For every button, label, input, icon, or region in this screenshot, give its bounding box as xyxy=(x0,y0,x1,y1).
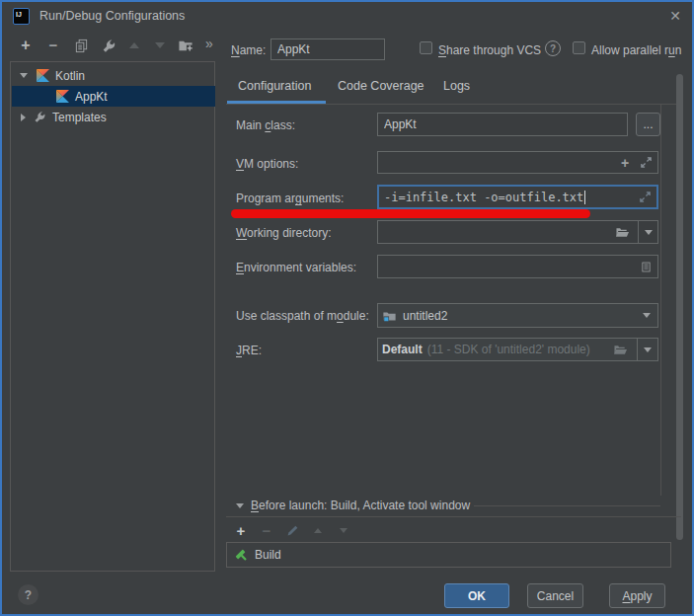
more-actions-button[interactable]: » xyxy=(197,33,221,54)
environment-variables-field xyxy=(377,255,658,278)
apply-button[interactable]: Apply xyxy=(609,583,665,608)
kotlin-icon xyxy=(37,69,49,82)
program-arguments-value: -i=infile.txt -o=outfile.txt xyxy=(384,191,583,204)
text-caret xyxy=(584,191,585,204)
panel-right-border xyxy=(660,104,661,496)
program-arguments-input[interactable]: -i=infile.txt -o=outfile.txt xyxy=(377,185,658,209)
pencil-icon xyxy=(286,524,299,537)
chevron-down-icon xyxy=(643,304,651,327)
name-label: Name: xyxy=(231,43,266,57)
remove-configuration-button[interactable]: − xyxy=(41,35,65,56)
jre-combobox[interactable]: Default (11 - SDK of 'untitled2' module) xyxy=(377,338,658,361)
edit-defaults-button[interactable] xyxy=(97,35,120,56)
list-item-build[interactable]: Build xyxy=(234,548,281,563)
main-class-field xyxy=(377,113,628,136)
close-icon: ✕ xyxy=(669,8,681,24)
minus-icon: − xyxy=(49,38,58,52)
jre-label: JRE: xyxy=(236,344,262,357)
main-class-label: Main class: xyxy=(236,118,295,132)
share-vcs-label: Share through VCS xyxy=(438,43,541,57)
red-underline-annotation xyxy=(231,209,590,218)
edit-task-button[interactable] xyxy=(283,522,301,538)
configurations-tree: Kotlin AppKt Templates xyxy=(10,61,215,572)
share-vcs-checkbox[interactable] xyxy=(420,41,432,54)
triangle-down-icon xyxy=(155,42,165,48)
name-field xyxy=(270,38,385,60)
plus-icon: + xyxy=(21,38,30,53)
move-task-up-button[interactable] xyxy=(309,522,327,538)
classpath-module-value: untitled2 xyxy=(403,309,447,323)
new-folder-icon xyxy=(178,38,193,53)
cancel-button[interactable]: Cancel xyxy=(527,583,583,608)
allow-parallel-checkbox[interactable] xyxy=(573,41,585,54)
move-down-button[interactable] xyxy=(148,35,172,56)
wrench-icon xyxy=(34,111,46,123)
environment-variables-input[interactable] xyxy=(377,255,658,278)
add-configuration-button[interactable]: + xyxy=(14,35,38,56)
chevron-down-icon xyxy=(645,230,653,235)
wrench-icon xyxy=(102,38,116,53)
ok-button[interactable]: OK xyxy=(444,583,509,608)
copy-configuration-button[interactable] xyxy=(69,35,93,56)
minus-icon: − xyxy=(263,522,271,539)
allow-parallel-label: Allow parallel run xyxy=(591,43,681,57)
tab-code-coverage[interactable]: Code Coverage xyxy=(338,79,424,93)
module-icon xyxy=(382,309,397,323)
add-task-button[interactable]: + xyxy=(232,522,250,538)
help-icon[interactable]: ? xyxy=(545,40,561,56)
copy-icon xyxy=(74,38,89,53)
list-editor-icon[interactable] xyxy=(638,255,654,278)
jre-dropdown-button[interactable] xyxy=(637,339,657,360)
before-launch-separator xyxy=(474,505,660,506)
kotlin-icon xyxy=(56,90,69,103)
browse-main-class-button[interactable]: ... xyxy=(636,113,660,136)
move-up-button[interactable] xyxy=(122,35,146,56)
jre-hint: (11 - SDK of 'untitled2' module) xyxy=(427,343,590,356)
tree-item-label: AppKt xyxy=(75,90,108,104)
window-title: Run/Debug Configurations xyxy=(39,9,185,23)
collapse-icon[interactable] xyxy=(20,73,28,78)
hammer-icon xyxy=(234,548,249,563)
jre-value: Default xyxy=(382,343,423,356)
classpath-module-combobox[interactable]: untitled2 xyxy=(377,303,658,328)
vm-options-label: VM options: xyxy=(236,157,298,171)
tree-item-templates[interactable]: Templates xyxy=(12,107,214,127)
plus-icon: + xyxy=(237,522,246,539)
program-arguments-label: Program arguments: xyxy=(236,192,344,205)
help-icon: ? xyxy=(25,588,32,602)
tree-item-label: Kotlin xyxy=(55,69,85,83)
remove-task-button[interactable]: − xyxy=(258,522,275,538)
expand-icon[interactable] xyxy=(21,114,26,121)
add-icon[interactable]: + xyxy=(617,151,633,174)
create-folder-button[interactable] xyxy=(174,35,197,56)
tree-item-kotlin[interactable]: Kotlin xyxy=(12,65,214,86)
tab-content-border xyxy=(226,104,683,105)
triangle-up-icon xyxy=(129,42,139,48)
run-debug-configurations-dialog: IJ Run/Debug Configurations ✕ + − » xyxy=(0,0,694,616)
working-directory-label: Working directory: xyxy=(236,226,331,240)
expand-field-icon[interactable] xyxy=(638,151,654,174)
close-button[interactable]: ✕ xyxy=(669,9,681,23)
tree-item-label: Templates xyxy=(52,111,107,124)
expand-field-icon[interactable] xyxy=(637,187,653,207)
chevron-down-icon xyxy=(644,347,652,352)
working-directory-dropdown-button[interactable] xyxy=(638,220,658,244)
move-task-down-button[interactable] xyxy=(335,522,352,538)
tab-configuration[interactable]: Configuration xyxy=(238,79,311,93)
triangle-down-icon xyxy=(340,528,347,533)
folder-icon[interactable] xyxy=(610,339,630,360)
tab-logs[interactable]: Logs xyxy=(443,79,470,93)
working-directory-field xyxy=(377,220,658,244)
intellij-logo-icon: IJ xyxy=(13,8,30,25)
name-input[interactable] xyxy=(270,38,385,60)
vertical-scrollbar[interactable] xyxy=(676,74,683,540)
main-class-input[interactable] xyxy=(377,113,628,136)
help-button[interactable]: ? xyxy=(18,584,39,605)
folder-icon[interactable] xyxy=(612,220,632,244)
chevron-double-icon: » xyxy=(205,36,213,51)
build-task-label: Build xyxy=(255,548,281,562)
before-launch-collapse-icon[interactable] xyxy=(236,503,244,508)
tree-item-appkt[interactable]: AppKt xyxy=(12,86,215,107)
classpath-module-label: Use classpath of module: xyxy=(236,309,369,323)
before-launch-header-border xyxy=(226,516,681,517)
